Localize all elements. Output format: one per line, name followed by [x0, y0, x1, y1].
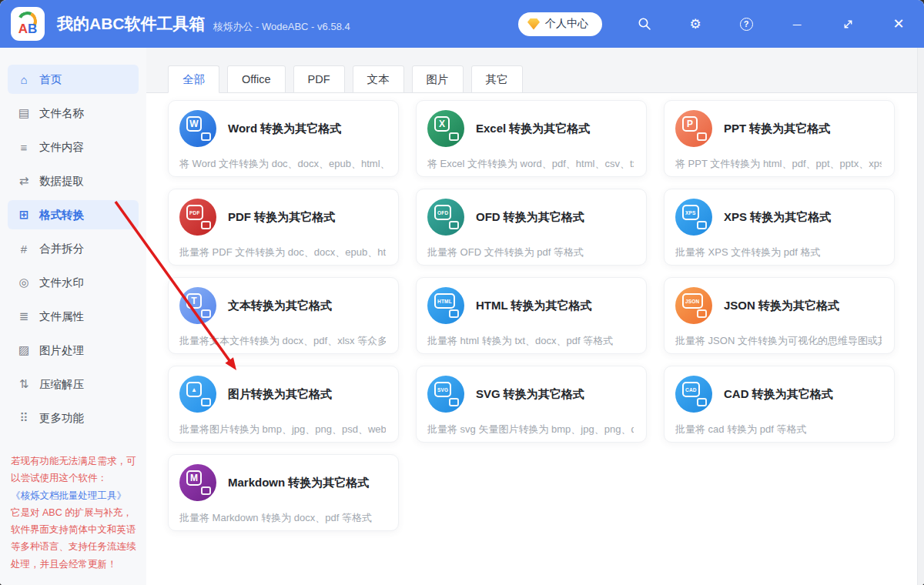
card-title: CAD 转换为其它格式 — [724, 387, 833, 402]
tab-Office[interactable]: Office — [227, 65, 286, 93]
card-excel[interactable]: X Excel 转换为其它格式 将 Excel 文件转换为 word、pdf、h… — [416, 100, 647, 177]
card-title: JSON 转换为其它格式 — [724, 299, 839, 313]
convert-target-icon — [201, 398, 211, 406]
sidebar-item-format-convert[interactable]: ⊞ 格式转换 — [8, 200, 139, 229]
format-badge: M — [186, 470, 202, 486]
card-image[interactable]: ▲ 图片转换为其它格式 批量将图片转换为 bmp、jpg、png、psd、web… — [168, 366, 399, 443]
format-convert-icon: JSON — [675, 287, 712, 324]
note-link[interactable]: 《核烁文档批量处理工具》 — [11, 490, 126, 501]
card-title: HTML 转换为其它格式 — [476, 299, 592, 313]
convert-target-icon — [697, 309, 707, 318]
resize-button[interactable] — [839, 15, 856, 32]
card-title: Excel 转换为其它格式 — [476, 122, 590, 136]
card-title: PPT 转换为其它格式 — [724, 122, 830, 136]
image-process-icon: ▨ — [17, 343, 31, 357]
card-pdf[interactable]: PDF PDF 转换为其它格式 批量将 PDF 文件转换为 doc、docx、e… — [168, 189, 399, 266]
sidebar-item-home[interactable]: ⌂ 首页 — [8, 65, 139, 94]
convert-target-icon — [449, 132, 459, 141]
format-badge: HTML — [434, 293, 455, 309]
convert-target-icon — [201, 486, 211, 495]
card-text[interactable]: T 文本转换为其它格式 批量将文本文件转换为 docx、pdf、xlsx 等众多… — [168, 277, 399, 354]
content-area: 全部OfficePDF文本图片其它 W Word 转换为其它格式 将 Word … — [146, 48, 924, 585]
card-html[interactable]: HTML HTML 转换为其它格式 批量将 html 转换为 txt、docx、… — [416, 277, 647, 354]
help-icon[interactable]: ? — [738, 15, 755, 32]
sidebar-item-file-name[interactable]: ▤ 文件名称 — [8, 99, 139, 128]
search-icon[interactable] — [636, 15, 653, 32]
close-button[interactable]: ✕ — [890, 15, 907, 32]
format-convert-icon: PDF — [179, 199, 216, 236]
cards-panel: W Word 转换为其它格式 将 Word 文件转换为 doc、docx、epu… — [146, 93, 924, 585]
card-xps[interactable]: XPS XPS 转换为其它格式 批量将 XPS 文件转换为 pdf 格式 — [664, 189, 895, 266]
format-convert-icon: OFD — [427, 199, 464, 236]
card-description: 批量将 PDF 文件转换为 doc、docx、epub、html、 — [179, 246, 386, 259]
format-convert-icon: ▲ — [179, 376, 216, 413]
card-description: 将 Excel 文件转换为 word、pdf、html、csv、txt、s — [427, 157, 634, 171]
format-badge: CAD — [682, 382, 700, 397]
format-badge: JSON — [682, 293, 703, 309]
sidebar-item-file-attrs[interactable]: ≣ 文件属性 — [8, 302, 139, 331]
tab-label: 其它 — [486, 72, 508, 87]
sidebar-item-image-process[interactable]: ▨ 图片处理 — [8, 336, 139, 365]
file-attrs-icon: ≣ — [17, 309, 31, 323]
tab-bar: 全部OfficePDF文本图片其它 — [146, 48, 924, 93]
format-badge: ▲ — [186, 382, 202, 397]
titlebar: AB 我的ABC软件工具箱 核烁办公 - WodeABC - v6.58.4 个… — [0, 0, 924, 48]
vip-gem-icon — [527, 18, 540, 30]
note-line1: 若现有功能无法满足需求，可以尝试使用这个软件： — [11, 456, 136, 483]
tab-图片[interactable]: 图片 — [412, 65, 464, 93]
format-convert-icon: ⊞ — [17, 208, 31, 222]
sidebar-item-label: 更多功能 — [39, 411, 84, 426]
sidebar-item-watermark[interactable]: ◎ 文件水印 — [8, 268, 139, 297]
card-word[interactable]: W Word 转换为其它格式 将 Word 文件转换为 doc、docx、epu… — [168, 100, 399, 177]
sidebar-item-compress[interactable]: ⇅ 压缩解压 — [8, 369, 139, 399]
convert-target-icon — [201, 132, 211, 141]
app-title: 我的ABC软件工具箱 — [57, 13, 206, 35]
card-title: SVG 转换为其它格式 — [476, 387, 584, 402]
sidebar-item-data-extract[interactable]: ⇄ 数据提取 — [8, 166, 139, 196]
format-convert-icon: W — [179, 110, 216, 147]
card-description: 批量将 OFD 文件转换为 pdf 等格式 — [427, 246, 634, 259]
card-svg[interactable]: SVG SVG 转换为其它格式 批量将 svg 矢量图片转换为 bmp、jpg、… — [416, 366, 647, 443]
card-title: Markdown 转换为其它格式 — [228, 476, 369, 490]
tab-label: PDF — [308, 73, 330, 85]
format-badge: P — [682, 116, 698, 132]
card-ppt[interactable]: P PPT 转换为其它格式 将 PPT 文件转换为 html、pdf、ppt、p… — [664, 100, 895, 177]
tab-全部[interactable]: 全部 — [168, 65, 219, 93]
convert-target-icon — [697, 398, 707, 406]
format-convert-icon: T — [179, 287, 216, 324]
sidebar-item-label: 文件属性 — [39, 309, 84, 324]
app-subtitle: 核烁办公 - WodeABC - v6.58.4 — [213, 20, 350, 34]
tab-其它[interactable]: 其它 — [471, 65, 523, 93]
convert-target-icon — [449, 309, 459, 318]
sidebar-item-more-features[interactable]: ⠿ 更多功能 — [8, 403, 139, 433]
format-convert-icon: M — [179, 464, 216, 501]
app-logo: AB — [11, 7, 45, 41]
sidebar-item-label: 首页 — [39, 72, 62, 87]
card-description: 批量将 svg 矢量图片转换为 bmp、jpg、png、docx — [427, 423, 634, 436]
more-features-icon: ⠿ — [17, 411, 31, 425]
format-convert-icon: SVG — [427, 376, 464, 413]
scrollbar-track[interactable] — [917, 48, 924, 585]
user-center-button[interactable]: 个人中心 — [518, 12, 602, 36]
card-json[interactable]: JSON JSON 转换为其它格式 批量将 JSON 文件转换为可视化的思维导图… — [664, 277, 895, 354]
sidebar-item-label: 文件名称 — [39, 106, 84, 121]
card-title: OFD 转换为其它格式 — [476, 210, 584, 225]
settings-icon[interactable]: ⚙ — [687, 15, 704, 32]
tab-label: 全部 — [182, 72, 205, 87]
convert-target-icon — [697, 132, 707, 141]
app-window: AB 我的ABC软件工具箱 核烁办公 - WodeABC - v6.58.4 个… — [0, 0, 924, 585]
card-ofd[interactable]: OFD OFD 转换为其它格式 批量将 OFD 文件转换为 pdf 等格式 — [416, 189, 647, 266]
file-name-icon: ▤ — [17, 106, 31, 120]
sidebar-item-merge-split[interactable]: # 合并拆分 — [8, 234, 139, 263]
card-title: XPS 转换为其它格式 — [724, 210, 831, 225]
card-description: 批量将 html 转换为 txt、docx、pdf 等格式 — [427, 334, 634, 348]
cards-grid: W Word 转换为其它格式 将 Word 文件转换为 doc、docx、epu… — [168, 100, 895, 531]
sidebar-item-file-content[interactable]: ≡ 文件内容 — [8, 132, 139, 162]
card-cad[interactable]: CAD CAD 转换为其它格式 批量将 cad 转换为 pdf 等格式 — [664, 366, 895, 443]
card-description: 批量将 cad 转换为 pdf 等格式 — [675, 423, 882, 436]
tab-文本[interactable]: 文本 — [353, 65, 404, 93]
minimize-button[interactable]: ─ — [788, 15, 805, 32]
card-markdown[interactable]: M Markdown 转换为其它格式 批量将 Markdown 转换为 docx… — [168, 454, 399, 531]
file-content-icon: ≡ — [17, 141, 31, 154]
tab-PDF[interactable]: PDF — [293, 65, 345, 93]
